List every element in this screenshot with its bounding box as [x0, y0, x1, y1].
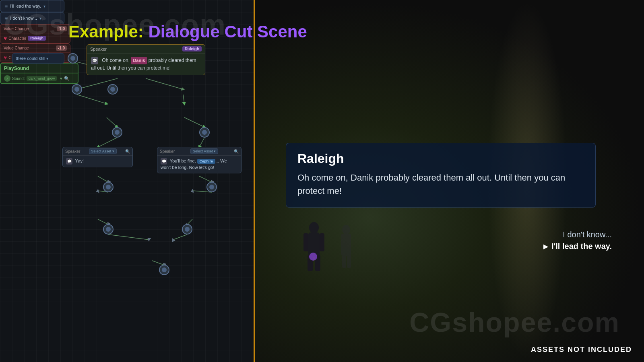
assets-not-included-label: ASSETS NOT INCLUDED — [531, 346, 632, 354]
value-node-left-body: ♥ Character Raleigh — [0, 33, 70, 43]
dialogue-box: Raleigh Oh come on, Danik probably clear… — [286, 143, 596, 208]
svg-line-16 — [173, 234, 187, 240]
speaker-badge: Raleigh — [182, 46, 202, 51]
cephire-node-body: 💬 You'll be fine, Cephire... We won't be… — [157, 156, 241, 173]
svg-line-13 — [98, 219, 108, 224]
value-node-left[interactable]: Value Change 1.0 ♥ Character Raleigh — [0, 24, 70, 43]
sub-speaker-cephire-node[interactable]: Speaker Select Asset ▾ 🔍 💬 You'll be fin… — [157, 147, 242, 173]
heart-icon-right: ♥ — [4, 54, 7, 61]
panel-divider — [254, 0, 255, 362]
playsound-header: PlaySound — [1, 64, 78, 74]
svg-line-5 — [107, 117, 117, 127]
title-dialogue: Dialogue Cut Scene — [148, 22, 307, 41]
danik-badge: Danik — [131, 57, 147, 64]
svg-line-4 — [183, 95, 184, 104]
cephire-chat-icon: 💬 — [161, 158, 167, 165]
raleigh-badge-left: Raleigh — [28, 36, 46, 41]
choice-2-text: I'll lead the way. — [551, 242, 612, 251]
chat-icon: 💬 — [91, 57, 98, 64]
connector-3 — [112, 127, 122, 138]
svg-rect-26 — [341, 234, 351, 256]
connector-4 — [199, 127, 210, 138]
playsound-body: ♪ Sound: dark_wind_grow ▾ 🔍 — [1, 74, 78, 83]
svg-line-10 — [199, 176, 212, 182]
cephire-speaker-label: Speaker — [160, 149, 175, 154]
sound-icon: ♪ — [4, 75, 10, 82]
svg-point-24 — [309, 253, 317, 261]
game-view-panel: Raleigh Oh come on, Danik probably clear… — [254, 0, 644, 362]
node-editor-panel: there could still ▾ Speaker Raleigh 💬 Oh… — [0, 0, 254, 362]
choice-node-dontknow[interactable]: ≡ I don't know... ▾ — [0, 12, 64, 24]
svg-rect-20 — [303, 233, 308, 251]
yay-node-body: 💬 Yay! — [63, 156, 132, 167]
choice-option-1[interactable]: I don't know... — [543, 230, 612, 239]
speaker-label: Speaker — [90, 47, 107, 51]
dialogue-character-name: Raleigh — [297, 151, 584, 166]
svg-point-18 — [309, 222, 319, 233]
bg-character — [334, 224, 358, 269]
svg-rect-21 — [320, 233, 324, 251]
value-num-left: 1.0 — [57, 26, 67, 31]
playsound-node[interactable]: PlaySound ♪ Sound: dark_wind_grow ▾ 🔍 — [0, 63, 78, 84]
svg-line-6 — [184, 117, 204, 127]
svg-line-8 — [199, 138, 204, 147]
playsound-label: PlaySound — [4, 66, 29, 71]
cephire-badge: Cephire — [197, 159, 216, 164]
svg-line-7 — [98, 138, 117, 147]
cephire-select-asset-btn[interactable]: Select Asset ▾ — [190, 148, 218, 154]
connector-1 — [72, 84, 82, 95]
yay-text: Yay! — [75, 158, 84, 163]
choice-list-icon: ≡ — [4, 3, 8, 9]
partial-dialogue-node[interactable]: there could still ▾ — [12, 53, 64, 64]
yay-node-header: Speaker Select Asset ▾ 🔍 — [63, 147, 132, 156]
yay-speaker-label: Speaker — [65, 149, 80, 154]
partial-node-text: there could still — [16, 56, 45, 61]
svg-line-17 — [152, 261, 164, 265]
svg-line-2 — [146, 78, 183, 89]
choice-dontknow-text: I don't know... — [10, 16, 37, 21]
title-example: Example: — [68, 22, 148, 41]
connector-2 — [107, 84, 118, 95]
main-speaker-node[interactable]: Speaker Raleigh 💬 Oh come on, Danik prob… — [87, 44, 205, 75]
choice-option-2[interactable]: ▶ I'll lead the way. — [543, 242, 612, 251]
svg-line-9 — [98, 176, 108, 182]
choice-options-panel: I don't know... ▶ I'll lead the way. — [543, 230, 612, 253]
svg-point-25 — [342, 225, 350, 234]
choice-arrow-icon: ▶ — [543, 243, 548, 250]
connector-8 — [182, 224, 192, 234]
svg-line-15 — [108, 234, 149, 240]
value-node-left-header: Value Change 1.0 — [0, 25, 70, 33]
yay-chat-icon: 💬 — [66, 158, 72, 165]
cephire-node-header: Speaker Select Asset ▾ 🔍 — [157, 147, 241, 156]
connector-top — [68, 53, 78, 64]
yay-select-asset-btn[interactable]: Select Asset ▾ — [89, 148, 117, 154]
choice-lead-text: I'll lead the way. — [10, 4, 41, 8]
choice-node-lead[interactable]: ≡ I'll lead the way. ▾ — [0, 0, 64, 12]
heart-icon-left: ♥ — [4, 35, 7, 41]
choice-1-text: I don't know... — [563, 230, 612, 239]
speaker-node-body: 💬 Oh come on, Danik probably cleared the… — [87, 53, 205, 75]
connector-5 — [103, 182, 114, 192]
svg-line-14 — [187, 219, 192, 224]
character-figure — [298, 220, 330, 274]
connector-9 — [159, 265, 169, 275]
speaker-node-header: Speaker Raleigh — [87, 45, 205, 53]
page-title: Example: Dialogue Cut Scene — [68, 22, 307, 41]
value-node-right-header: Value Change -1.0 — [0, 44, 70, 53]
connector-6 — [206, 182, 217, 192]
svg-line-3 — [77, 95, 107, 104]
connector-7 — [103, 224, 114, 234]
svg-rect-27 — [342, 255, 346, 268]
sound-asset-badge: dark_wind_grow — [27, 76, 57, 81]
svg-rect-28 — [347, 255, 351, 268]
sub-speaker-yay-node[interactable]: Speaker Select Asset ▾ 🔍 💬 Yay! — [62, 147, 133, 167]
choice-list-icon-2: ≡ — [4, 15, 8, 21]
value-num-right: -1.0 — [56, 45, 67, 51]
dialogue-text: Oh come on, Danik probably cleared them … — [297, 171, 584, 197]
